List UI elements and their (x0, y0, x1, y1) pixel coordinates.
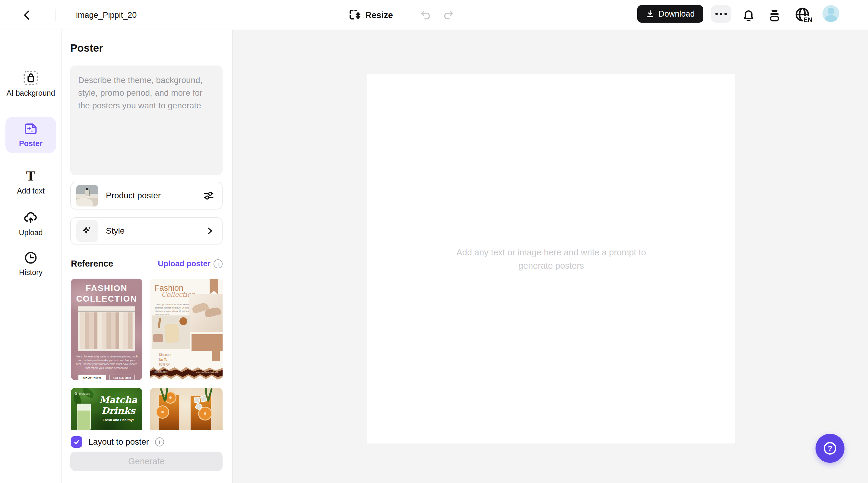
panel-title: Poster (70, 42, 103, 54)
poster-subtitle: Fresh and Healthy! (96, 418, 140, 422)
color-block (191, 334, 223, 351)
back-button[interactable] (19, 7, 36, 24)
reference-poster-matcha[interactable]: ✿YourLogo Matcha Drinks Fresh and Health… (71, 388, 142, 430)
sliders-icon (203, 190, 215, 202)
topbar-divider-2 (406, 9, 406, 21)
document-title[interactable]: image_Pippit_20 (76, 0, 136, 30)
poster-body-text: From chic everyday wear to statement pie… (75, 355, 138, 370)
sidebar-divider (9, 157, 53, 157)
upload-poster-info-icon[interactable]: i (214, 259, 223, 268)
add-text-icon: T (24, 170, 38, 183)
sidebar: AI background Poster T Add text Upload (0, 30, 62, 483)
style-card[interactable]: Style (70, 217, 223, 245)
layout-to-poster-info-icon[interactable]: i (155, 437, 164, 447)
redo-icon (443, 9, 456, 21)
resize-label: Resize (365, 10, 393, 20)
poster-phone: 123-456-7890 (109, 375, 135, 380)
reference-poster-fashion-pink[interactable]: FASHION COLLECTION From chic everyday we… (71, 279, 142, 380)
language-code: EN (803, 16, 812, 24)
more-button[interactable] (711, 5, 732, 23)
download-icon (646, 9, 655, 19)
discount-line: Discount (159, 352, 171, 357)
chevron-right-icon (205, 226, 215, 236)
canvas-placeholder-text: Add any text or image here and write a p… (452, 246, 651, 272)
stack-icon (768, 8, 781, 22)
help-icon: ? (822, 441, 838, 456)
download-button[interactable]: Download (637, 5, 703, 23)
check-icon (73, 438, 80, 446)
dune (76, 198, 93, 206)
reference-poster-fashion-cream[interactable]: Fashion Collection Lorem ipsum dolor sit… (150, 279, 223, 380)
layout-to-poster-label: Layout to poster (88, 437, 149, 447)
assets-button[interactable] (766, 7, 783, 24)
sidebar-item-label: AI background (5, 88, 56, 98)
perfume-cap (86, 188, 88, 190)
upload-poster-link[interactable]: Upload poster i (158, 259, 223, 268)
back-icon (22, 10, 33, 21)
poster-body-text: Lorem ipsum dolor sit amet Sed do eiusmo… (155, 303, 192, 316)
ai-background-icon (23, 70, 39, 86)
matcha-glass (77, 404, 91, 430)
language-button[interactable]: EN (793, 5, 812, 25)
poster-website: www.yourownwebsite.com (196, 371, 219, 373)
perfume-bottle (85, 190, 90, 196)
sidebar-item-upload[interactable]: Upload (0, 210, 62, 237)
discount-line: 60% Off (159, 362, 171, 367)
prompt-input[interactable] (70, 65, 223, 175)
poster-title: FASHION (71, 283, 142, 293)
sidebar-item-label: History (19, 268, 42, 277)
poster-panel: Poster Product poster (62, 30, 233, 483)
poster-title: COLLECTION (71, 293, 142, 304)
product-poster-thumbnail (76, 185, 98, 206)
resize-icon (348, 9, 361, 22)
resize-button[interactable]: Resize (348, 6, 393, 24)
avatar-body (825, 15, 837, 22)
sidebar-item-label: Add text (17, 186, 44, 196)
artboard[interactable]: Add any text or image here and write a p… (367, 74, 735, 444)
undo-button[interactable] (416, 7, 433, 24)
style-tile (76, 220, 98, 242)
sidebar-item-add-text[interactable]: T Add text (0, 170, 62, 196)
layout-to-poster-checkbox[interactable] (71, 436, 82, 448)
reference-poster-orange-drinks[interactable] (150, 388, 223, 430)
poster-title: Drinks (96, 405, 140, 416)
topbar-divider (56, 9, 56, 21)
bell-icon (742, 8, 755, 22)
topbar: image_Pippit_20 Resize Download (0, 0, 868, 30)
upload-icon (23, 210, 38, 225)
ribbon (210, 279, 218, 294)
poster-photo (78, 306, 135, 351)
poster-logo: YourLogo (79, 392, 90, 395)
notifications-button[interactable] (740, 7, 757, 24)
sidebar-item-poster[interactable]: Poster (5, 117, 56, 153)
product-poster-label: Product poster (106, 191, 203, 200)
canvas-workspace: Add any text or image here and write a p… (233, 30, 868, 483)
help-button[interactable]: ? (815, 434, 844, 463)
layout-to-poster-row: Layout to poster i (71, 436, 164, 448)
poster-photo-shoes (189, 294, 223, 332)
avatar[interactable] (823, 5, 839, 22)
product-poster-settings-button[interactable] (203, 190, 215, 202)
poster-cta: SHOP NOW (79, 375, 106, 380)
style-label: Style (106, 226, 205, 236)
discount-line: Up To (159, 357, 171, 362)
style-expand-button[interactable] (205, 226, 215, 236)
globe-icon: EN (794, 6, 812, 24)
poster-phone: +123-456-7890 (154, 371, 167, 373)
sidebar-item-ai-background[interactable]: AI background (0, 70, 62, 98)
svg-text:?: ? (828, 444, 832, 453)
product-poster-card[interactable]: Product poster (70, 182, 223, 209)
reference-heading: Reference (71, 259, 158, 269)
app-root: image_Pippit_20 Resize Download (0, 0, 868, 483)
avatar-head (828, 8, 834, 15)
upload-poster-label: Upload poster (158, 259, 211, 268)
sidebar-item-history[interactable]: History (0, 251, 62, 277)
undo-icon (418, 9, 431, 21)
redo-button[interactable] (441, 7, 458, 24)
download-label: Download (658, 9, 694, 19)
generate-button[interactable]: Generate (70, 452, 223, 471)
sidebar-item-label: Upload (19, 228, 42, 237)
svg-text:T: T (26, 170, 35, 183)
poster-icon (24, 122, 38, 136)
history-icon (24, 251, 38, 265)
